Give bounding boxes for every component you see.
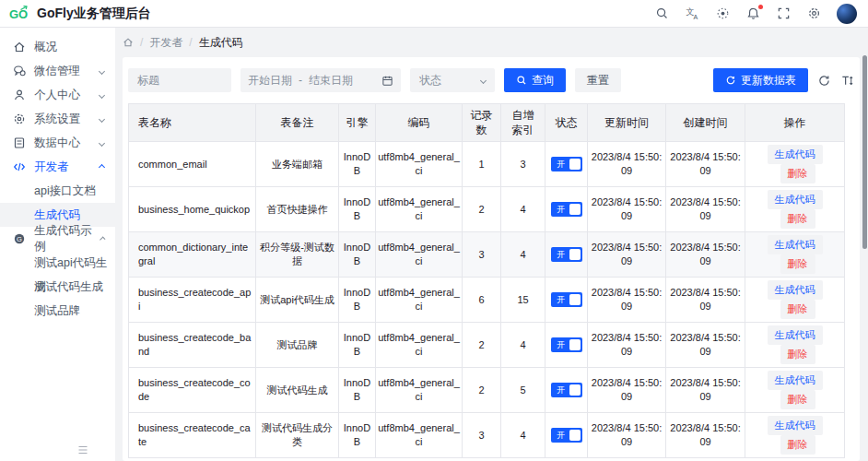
table-row: business_createcode_band测试品牌InnoDButf8mb…: [129, 323, 845, 368]
chevron-down-icon: [99, 91, 105, 98]
data-table: 表名称表备注引擎编码记录数自增索引状态更新时间创建时间操作 common_ema…: [128, 103, 845, 458]
cell-status: 开: [545, 187, 588, 232]
cell-created-time: 2023/8/4 15:50:09: [666, 368, 745, 413]
delete-button[interactable]: 删除: [780, 164, 815, 183]
delete-button[interactable]: 删除: [780, 435, 815, 455]
toggle-knob: [569, 159, 581, 170]
cell-table-comment: 测试品牌: [256, 323, 339, 368]
sidebar-item-wechat-manage[interactable]: 微信管理: [0, 59, 115, 83]
home-icon[interactable]: [123, 37, 134, 48]
header-actions: 文A: [654, 4, 857, 24]
svg-text:A: A: [693, 14, 698, 20]
sidebar-item-personal-center[interactable]: 个人中心: [0, 83, 115, 107]
cell-auto-increment: 15: [501, 278, 545, 323]
generate-code-button[interactable]: 生成代码: [768, 416, 823, 435]
delete-button[interactable]: 删除: [780, 390, 815, 409]
status-toggle[interactable]: 开: [551, 383, 582, 397]
gear-icon: [13, 112, 26, 125]
status-select[interactable]: 状态: [410, 68, 495, 92]
delete-button[interactable]: 删除: [780, 254, 815, 274]
cell-actions: 生成代码删除: [745, 323, 845, 368]
sidebar-item-developer[interactable]: 开发者: [0, 155, 115, 179]
cell-encoding: utf8mb4_general_ci: [376, 413, 463, 458]
table-header-row: 表名称表备注引擎编码记录数自增索引状态更新时间创建时间操作: [129, 104, 845, 142]
sidebar-item-system-settings[interactable]: 系统设置: [0, 107, 115, 131]
wechat-icon: [13, 65, 26, 77]
column-header: 操作: [745, 104, 845, 142]
status-toggle[interactable]: 开: [551, 292, 582, 307]
cell-record-count: 6: [463, 278, 501, 323]
theme-icon[interactable]: [715, 6, 730, 21]
generate-code-button[interactable]: 生成代码: [768, 371, 823, 390]
translate-icon[interactable]: 文A: [685, 6, 699, 21]
column-header: 创建时间: [666, 104, 745, 142]
sidebar-item-overview[interactable]: 概况: [0, 35, 115, 59]
cell-actions: 生成代码删除: [745, 142, 845, 187]
cell-auto-increment: 5: [501, 368, 545, 413]
sidebar-item-data-center[interactable]: 数据中心: [0, 131, 115, 155]
sidebar-item-api-docs[interactable]: api接口文档: [0, 179, 115, 203]
sidebar-item-test-brand[interactable]: 测试品牌: [0, 299, 115, 323]
app-root: GO GoFly业务管理后台 文A: [0, 0, 868, 461]
status-toggle[interactable]: 开: [551, 247, 582, 262]
row-height-icon[interactable]: [840, 74, 854, 88]
cell-table-name: common_email: [129, 142, 256, 187]
status-toggle[interactable]: 开: [551, 337, 582, 352]
table-row: business_createcode_cate测试代码生成分类InnoDBut…: [129, 413, 845, 458]
breadcrumb: / 开发者 / 生成代码: [123, 28, 860, 57]
column-header: 引擎: [339, 104, 376, 142]
refresh-icon: [725, 75, 736, 86]
sidebar-item-test-code-generate[interactable]: 测试代码生成: [0, 275, 115, 299]
cell-created-time: 2023/8/4 15:50:09: [666, 278, 745, 323]
breadcrumb-item-developer[interactable]: 开发者: [149, 35, 182, 51]
cell-status: 开: [545, 323, 588, 368]
fullscreen-icon[interactable]: [776, 6, 791, 21]
date-range-picker[interactable]: 开始日期 - 结束日期: [240, 68, 401, 92]
sidebar-item-test-api-code-generate[interactable]: 测试api代码生成: [0, 251, 115, 275]
sidebar-item-generate-code-example[interactable]: G生成代码示例: [0, 227, 115, 251]
generate-code-button[interactable]: 生成代码: [768, 280, 823, 300]
app-logo: GO GoFly业务管理后台: [9, 6, 151, 22]
generate-code-button[interactable]: 生成代码: [768, 235, 823, 254]
top-header: GO GoFly业务管理后台 文A: [0, 0, 868, 28]
filter-bar: 开始日期 - 结束日期 状态 查询 重置: [128, 68, 854, 92]
status-toggle[interactable]: 开: [551, 202, 582, 217]
delete-button[interactable]: 删除: [780, 300, 815, 319]
title-input[interactable]: [128, 68, 231, 92]
generate-code-button[interactable]: 生成代码: [768, 190, 823, 209]
cell-table-comment: 测试代码生成: [256, 368, 339, 413]
cell-auto-increment: 4: [501, 187, 545, 232]
cell-table-name: business_createcode_band: [129, 323, 256, 368]
toggle-knob: [569, 294, 581, 305]
cell-table-name: business_createcode_cate: [129, 413, 256, 458]
generate-code-button[interactable]: 生成代码: [768, 145, 823, 164]
cell-table-name: business_createcode_api: [129, 278, 256, 323]
column-header: 编码: [376, 104, 463, 142]
cell-updated-time: 2023/8/4 15:50:09: [588, 413, 666, 458]
cell-table-comment: 业务端邮箱: [256, 142, 339, 187]
status-toggle[interactable]: 开: [551, 157, 582, 171]
user-avatar[interactable]: [837, 4, 857, 24]
update-tables-button[interactable]: 更新数据表: [713, 68, 808, 92]
table-row: common_dictionary_integral积分等级-测试数据InnoD…: [129, 232, 845, 278]
toggle-knob: [569, 249, 581, 260]
sidebar-collapse-icon[interactable]: [77, 444, 88, 455]
chevron-down-icon: [99, 67, 105, 74]
sidebar-item-label: 生成代码示例: [34, 223, 92, 254]
page-scrollbar-thumb[interactable]: [862, 55, 867, 249]
delete-button[interactable]: 删除: [780, 209, 815, 229]
reset-button[interactable]: 重置: [575, 68, 621, 92]
cell-table-comment: 积分等级-测试数据: [256, 232, 339, 278]
generate-code-button[interactable]: 生成代码: [768, 325, 823, 345]
settings-icon[interactable]: [806, 6, 821, 21]
cell-updated-time: 2023/8/4 15:50:09: [588, 368, 666, 413]
cell-record-count: 2: [463, 368, 501, 413]
column-header: 记录数: [463, 104, 501, 142]
search-button[interactable]: 查询: [504, 68, 566, 92]
refresh-table-icon[interactable]: [817, 74, 831, 88]
notification-icon[interactable]: [745, 6, 760, 21]
status-toggle[interactable]: 开: [551, 428, 582, 443]
search-icon[interactable]: [654, 6, 669, 21]
delete-button[interactable]: 删除: [780, 345, 815, 364]
cell-updated-time: 2023/8/4 15:50:09: [588, 232, 666, 278]
